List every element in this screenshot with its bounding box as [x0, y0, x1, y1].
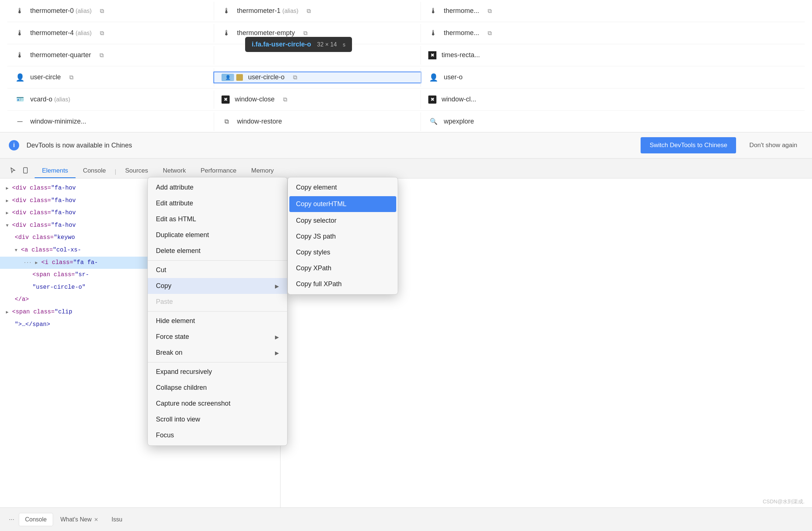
icon-cell-window-close: ✖ window-close ⧉: [214, 94, 421, 105]
tab-separator: |: [113, 169, 118, 178]
icon-grid: 🌡 thermometer-0 (alias) ⧉ 🌡 thermometer-…: [0, 0, 812, 133]
copy-icon-btn[interactable]: ⧉: [97, 28, 107, 38]
icon-cell-user-circle: 👤 user-circle ⧉: [7, 72, 214, 83]
triangle-icon: ▼: [15, 248, 17, 253]
icon-cell-window-restore: ⧉ window-restore: [214, 118, 421, 125]
copy-icon-btn[interactable]: ⧉: [304, 6, 314, 16]
devtools-notification-bar: i DevTools is now available in Chines Sw…: [0, 132, 812, 159]
copy-submenu: Copy element Copy outerHTML Copy selecto…: [287, 177, 398, 295]
vcard-o-icon: 🪪: [15, 96, 25, 103]
copy-icon-btn[interactable]: ⧉: [97, 6, 107, 16]
menu-separator: [148, 260, 287, 261]
bottom-tab-whats-new[interactable]: What's New ✕: [55, 513, 104, 526]
cursor-icon[interactable]: [8, 166, 18, 175]
thermometer-icon: 🌡: [222, 29, 232, 37]
window-restore-icon: ⧉: [222, 118, 232, 125]
menu-force-state[interactable]: Force state ▶: [148, 329, 287, 345]
tab-elements[interactable]: Elements: [35, 164, 76, 178]
icon-name-label: window-restore: [237, 118, 282, 125]
thermometer-icon: 🌡: [428, 7, 439, 15]
menu-edit-as-html[interactable]: Edit as HTML: [148, 211, 287, 227]
menu-break-on[interactable]: Break on ▶: [148, 345, 287, 361]
menu-expand-recursively[interactable]: Expand recursively: [148, 364, 287, 380]
ellipsis-button[interactable]: ···: [6, 514, 17, 525]
user-o-icon: 👤: [428, 73, 439, 82]
thermometer-icon: 🌡: [15, 7, 25, 15]
tab-memory[interactable]: Memory: [244, 164, 281, 178]
menu-collapse-children[interactable]: Collapse children: [148, 380, 287, 396]
triangle-icon: ▼: [6, 223, 8, 228]
icon-name-label: window-close: [235, 96, 275, 103]
icon-name-label: thermometer-quarter: [30, 51, 91, 59]
icon-cell-thermome2: 🌡 thermome... ⧉: [421, 28, 627, 38]
menu-copy[interactable]: Copy ▶: [148, 278, 287, 294]
menu-cut[interactable]: Cut: [148, 262, 287, 278]
menu-duplicate-element[interactable]: Duplicate element: [148, 227, 287, 243]
tab-sources[interactable]: Sources: [118, 164, 155, 178]
icon-name-label: thermometer-1 (alias): [237, 7, 299, 15]
copy-submenu-copy-selector[interactable]: Copy selector: [288, 213, 398, 229]
icon-cell-user-circle-o: 👤 user-circle-o ⧉: [214, 72, 421, 83]
window-cl-icon: ✖: [428, 96, 436, 104]
icon-row: 🌡 thermometer-0 (alias) ⧉ 🌡 thermometer-…: [7, 0, 805, 22]
close-tab-icon[interactable]: ✕: [94, 517, 98, 523]
submenu-arrow-icon: ▶: [275, 350, 279, 356]
copy-icon-btn[interactable]: ⧉: [290, 72, 300, 83]
icon-name-label: thermometer-4 (alias): [30, 29, 92, 37]
icon-row: 🪪 vcard-o (alias) ✖ window-close ⧉ ✖ win…: [7, 88, 805, 111]
menu-focus[interactable]: Focus: [148, 427, 287, 443]
switch-devtools-button[interactable]: Switch DevTools to Chinese: [641, 137, 736, 153]
triangle-icon: ▶: [6, 186, 8, 191]
icon-name-label: wpexplore: [444, 118, 474, 125]
menu-hide-element[interactable]: Hide element: [148, 313, 287, 329]
tab-console[interactable]: Console: [76, 164, 113, 178]
window-close-icon: ✖: [222, 96, 230, 104]
copy-submenu-copy-element[interactable]: Copy element: [288, 180, 398, 195]
tooltip-element-name: i.fa.fa-user-circle-o: [252, 41, 311, 48]
copy-submenu-copy-outerhtml[interactable]: Copy outerHTML: [289, 196, 396, 212]
device-icon[interactable]: [21, 166, 30, 175]
icon-name-label: window-cl...: [442, 96, 476, 103]
icon-row: 🌡 thermometer-4 (alias) ⧉ 🌡 thermometer-…: [7, 22, 805, 44]
copy-submenu-copy-full-xpath[interactable]: Copy full XPath: [288, 276, 398, 292]
icon-cell-user-o: 👤 user-o: [421, 73, 627, 82]
menu-delete-element[interactable]: Delete element: [148, 243, 287, 259]
copy-icon-btn[interactable]: ⧉: [280, 94, 290, 105]
dont-show-again-button[interactable]: Don't show again: [743, 137, 803, 153]
icon-row: 🌡 thermometer-quarter ⧉ ✖ times-recta...: [7, 44, 805, 66]
menu-separator: [148, 362, 287, 362]
menu-scroll-into-view[interactable]: Scroll into view: [148, 412, 287, 427]
user-circle-o-icon2: [236, 74, 243, 81]
bottom-tab-issues-label: Issu: [112, 516, 122, 523]
icon-cell-times-recta: ✖ times-recta...: [421, 51, 627, 59]
tab-network[interactable]: Network: [156, 164, 193, 178]
bottom-tab-console[interactable]: Console: [19, 513, 53, 526]
menu-edit-attribute[interactable]: Edit attribute: [148, 195, 287, 211]
bottom-tab-issues[interactable]: Issu: [106, 513, 128, 526]
copy-icon-btn[interactable]: ⧉: [66, 72, 76, 83]
copy-icon-btn[interactable]: ⧉: [96, 50, 107, 60]
notification-text: DevTools is now available in Chines: [27, 142, 633, 149]
tooltip-extra: s: [343, 42, 345, 48]
icon-name-label: times-recta...: [442, 51, 480, 59]
user-circle-o-preview: 👤: [222, 74, 234, 81]
icon-name-label: window-minimize...: [30, 118, 86, 125]
tab-performance[interactable]: Performance: [193, 164, 244, 178]
copy-icon-btn[interactable]: ⧉: [484, 28, 495, 38]
user-circle-icon: 👤: [15, 73, 25, 82]
element-tooltip: i.fa.fa-user-circle-o 32 × 14 s: [245, 37, 352, 52]
icon-cell-thermometer-1-alias: 🌡 thermometer-1 (alias) ⧉: [214, 6, 421, 16]
menu-capture-node-screenshot[interactable]: Capture node screenshot: [148, 396, 287, 412]
copy-icon-btn[interactable]: ⧉: [484, 6, 495, 16]
thermometer-icon: 🌡: [15, 29, 25, 37]
icon-cell-wpexplore: 🔍 wpexplore: [421, 118, 627, 125]
copy-submenu-copy-xpath[interactable]: Copy XPath: [288, 260, 398, 276]
icon-row: 👤 user-circle ⧉ 👤 user-circle-o ⧉ 👤 user…: [7, 66, 805, 88]
menu-add-attribute[interactable]: Add attribute: [148, 180, 287, 195]
copy-submenu-copy-js-path[interactable]: Copy JS path: [288, 229, 398, 244]
info-icon: i: [9, 140, 19, 150]
copy-submenu-copy-styles[interactable]: Copy styles: [288, 244, 398, 260]
icon-name-label: thermome...: [444, 7, 479, 15]
icon-row: ─ window-minimize... ⧉ window-restore 🔍 …: [7, 111, 805, 133]
icon-cell-thermometer-0-alias: 🌡 thermometer-0 (alias) ⧉: [7, 6, 214, 16]
